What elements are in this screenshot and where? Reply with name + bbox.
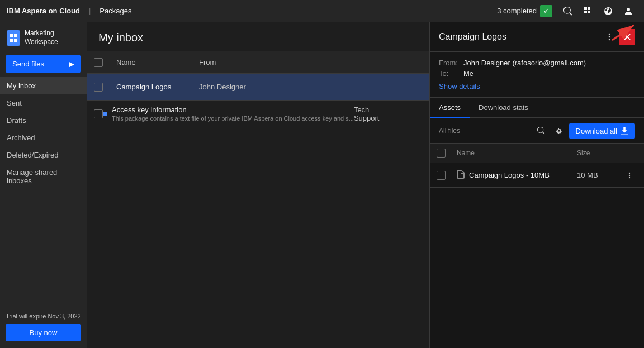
more-vertical-icon (626, 172, 633, 179)
search-icon (537, 127, 545, 135)
svg-rect-3 (588, 11, 590, 13)
svg-rect-1 (588, 7, 590, 10)
help-icon (604, 7, 613, 16)
buy-now-button[interactable]: Buy now (6, 324, 81, 341)
meta-to-row: To: Me (439, 69, 635, 78)
settings-icon (555, 127, 563, 135)
svg-rect-4 (10, 34, 13, 37)
close-icon (624, 34, 631, 40)
panel-close-button[interactable] (619, 29, 635, 45)
inbox-title: My inbox (87, 22, 429, 51)
panel-more-button[interactable] (602, 29, 617, 45)
aspera-logo-icon (8, 33, 18, 43)
svg-point-9 (609, 36, 610, 38)
download-all-button[interactable]: Download all (569, 123, 635, 139)
completed-check-icon: ✓ (540, 5, 552, 17)
completed-text: 3 completed (497, 7, 537, 15)
nav-my-inbox[interactable]: My inbox (0, 77, 87, 94)
svg-rect-0 (584, 7, 587, 10)
nav-archived[interactable]: Archived (0, 129, 87, 146)
ibm-logo: IBM Aspera on Cloud (7, 7, 80, 15)
row-checkbox[interactable] (94, 109, 103, 118)
tab-assets[interactable]: Assets (430, 98, 470, 118)
send-files-button[interactable]: Send files ▶ (6, 55, 81, 73)
nav-divider: | (89, 7, 91, 15)
sidebar-logo (7, 30, 20, 46)
file-name: Campaign Logos - 10MB (469, 171, 577, 179)
send-files-label: Send files (12, 60, 44, 68)
svg-point-15 (629, 177, 630, 178)
svg-rect-6 (10, 39, 13, 42)
files-table-header: Name Size (430, 143, 644, 163)
svg-rect-5 (14, 34, 17, 37)
svg-point-10 (609, 39, 610, 41)
svg-rect-2 (584, 11, 587, 13)
from-value: John Designer (rafosorio@gmail.com) (463, 59, 586, 67)
user-button[interactable] (619, 2, 637, 20)
panel-tabs: Assets Download stats (430, 98, 644, 118)
grid-icon (584, 7, 593, 16)
nav-items: My inbox Sent Drafts Archived Deleted/Ex… (0, 77, 87, 306)
select-all-checkbox[interactable] (94, 58, 103, 67)
col-from-header: From (199, 58, 311, 66)
send-icon: ▶ (69, 60, 74, 68)
svg-point-14 (629, 174, 630, 175)
sidebar-footer: Trial will expire Nov 3, 2022 Buy now (0, 306, 87, 348)
nav-deleted-expired[interactable]: Deleted/Expired (0, 146, 87, 164)
help-button[interactable] (599, 2, 617, 20)
user-icon (624, 7, 633, 16)
top-nav: IBM Aspera on Cloud | Packages 3 complet… (0, 0, 644, 22)
col-name-header: Name (116, 58, 199, 66)
panel-header-actions (602, 29, 635, 45)
nav-drafts[interactable]: Drafts (0, 112, 87, 129)
brand-area: IBM Aspera on Cloud | Packages (7, 7, 131, 15)
row-from: John Designer (199, 83, 311, 91)
svg-point-8 (609, 34, 610, 35)
tab-download-stats[interactable]: Download stats (470, 98, 537, 118)
main-layout: Marketing Workspace Send files ▶ My inbo… (0, 22, 644, 348)
panel-meta: From: John Designer (rafosorio@gmail.com… (430, 52, 644, 98)
file-col-name: Name (457, 149, 577, 157)
table-row[interactable]: Access key information This package cont… (87, 101, 429, 127)
main-content: My inbox Name From Campaign Logos (87, 22, 429, 348)
grid-button[interactable] (579, 2, 597, 20)
nav-manage-shared-inboxes[interactable]: Manage shared inboxes (0, 164, 87, 189)
nav-right: 3 completed ✓ (497, 2, 637, 20)
panel-files-actions: Download all (533, 123, 635, 139)
unread-indicator (103, 112, 107, 116)
to-value: Me (463, 69, 473, 78)
meta-from-row: From: John Designer (rafosorio@gmail.com… (439, 59, 635, 67)
file-more-button[interactable] (623, 169, 636, 182)
show-details-button[interactable]: Show details (439, 82, 480, 90)
from-label: From: (439, 59, 459, 67)
file-col-size: Size (577, 149, 622, 157)
files-search-button[interactable] (533, 123, 549, 139)
files-select-all-checkbox[interactable] (437, 149, 446, 158)
search-icon (564, 7, 572, 16)
download-icon (621, 127, 628, 135)
workspace-name: Marketing Workspace (25, 29, 80, 46)
nav-section[interactable]: Packages (100, 7, 131, 15)
file-size: 10 MB (577, 171, 622, 179)
file-row[interactable]: Campaign Logos - 10MB 10 MB (430, 163, 644, 188)
file-checkbox[interactable] (437, 171, 446, 180)
inbox-table: Name From Campaign Logos John Designer (87, 51, 429, 348)
svg-rect-7 (14, 39, 17, 42)
panel-title: Campaign Logos (439, 32, 506, 42)
row-checkbox[interactable] (94, 83, 103, 92)
right-panel: Campaign Logos (429, 22, 644, 348)
row-name-text: Campaign Logos (116, 83, 199, 91)
more-icon (605, 33, 613, 41)
table-row[interactable]: Campaign Logos John Designer (87, 74, 429, 101)
row-from: Tech Support (354, 106, 389, 122)
sidebar: Marketing Workspace Send files ▶ My inbo… (0, 22, 87, 348)
search-button[interactable] (559, 2, 577, 20)
row-description: This package contains a text file of you… (112, 115, 354, 122)
completed-badge: 3 completed ✓ (497, 5, 552, 17)
file-icon (457, 170, 465, 180)
files-settings-button[interactable] (551, 123, 567, 139)
sidebar-header: Marketing Workspace (0, 22, 87, 51)
to-label: To: (439, 69, 459, 78)
svg-point-13 (629, 172, 630, 173)
nav-sent[interactable]: Sent (0, 94, 87, 112)
